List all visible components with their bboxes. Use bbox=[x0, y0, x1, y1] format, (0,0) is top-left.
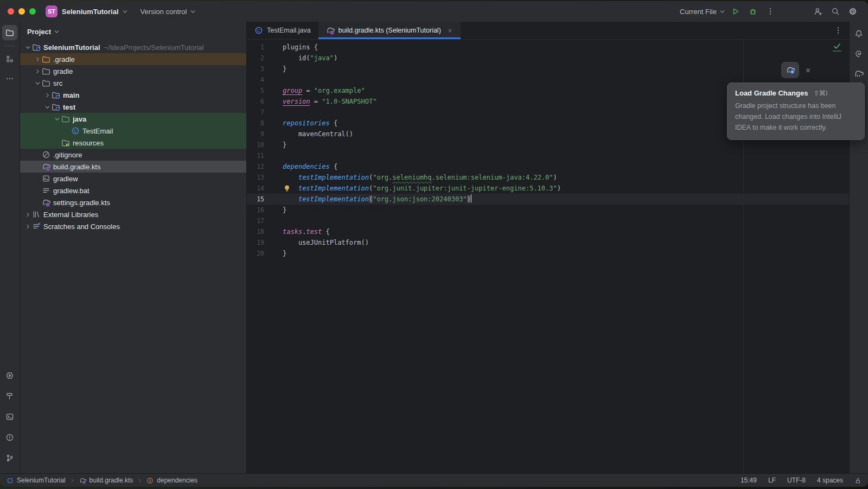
code-area[interactable]: 1plugins {2 id("java")3}45group = "org.e… bbox=[247, 40, 849, 259]
tab-options-button[interactable] bbox=[834, 22, 849, 39]
toolwindow-button-build-hammer[interactable] bbox=[2, 389, 17, 404]
project-avatar[interactable]: ST bbox=[46, 5, 58, 17]
toolwindow-button-project-folder[interactable] bbox=[2, 25, 17, 40]
project-panel-title: Project bbox=[27, 28, 51, 36]
code-with-me-button[interactable] bbox=[810, 4, 826, 18]
vcs-widget[interactable]: Version control bbox=[141, 8, 196, 16]
gradle-kts-file-icon bbox=[42, 162, 50, 171]
chevron-spacer bbox=[33, 186, 42, 195]
code-token: tasks bbox=[283, 228, 302, 236]
tree-item-src[interactable]: src bbox=[20, 77, 246, 89]
line-number: 9 bbox=[247, 129, 264, 139]
breadcrumb-build-gradle-kts[interactable]: build.gradle.kts bbox=[79, 477, 133, 484]
close-icon[interactable] bbox=[805, 67, 812, 74]
search-everywhere-button[interactable] bbox=[828, 4, 843, 18]
code-line-1[interactable]: 1plugins { bbox=[247, 42, 849, 53]
toolwindow-button-git-branch[interactable] bbox=[2, 450, 17, 466]
project-path: ~/IdeaProjects/SeleniumTutorial bbox=[104, 43, 204, 52]
run-configuration-selector[interactable]: Current File bbox=[680, 8, 726, 16]
chevron-right-icon[interactable] bbox=[33, 67, 42, 75]
breadcrumb-seleniumtutorial[interactable]: SeleniumTutorial bbox=[7, 477, 66, 484]
toolwindow-button-ai-spiral[interactable] bbox=[851, 46, 866, 61]
statusbar-item-lf[interactable]: LF bbox=[768, 477, 776, 484]
toolwindow-button-run-hexagon[interactable] bbox=[2, 368, 17, 383]
code-token: mavenCentral() bbox=[283, 130, 353, 138]
tree-item-settings-gradle-kts[interactable]: settings.gradle.kts bbox=[20, 196, 246, 208]
tree-item-gradle[interactable]: gradle bbox=[20, 65, 246, 77]
project-widget-label[interactable]: SeleniumTutorial bbox=[62, 8, 119, 16]
tree-item-seleniumtutorial[interactable]: SeleniumTutorial~/IdeaProjects/SeleniumT… bbox=[20, 41, 246, 53]
line-number: 1 bbox=[247, 42, 264, 53]
tree-item--gitignore[interactable]: .gitignore bbox=[20, 149, 246, 161]
toolwindow-button-structure[interactable] bbox=[2, 52, 17, 67]
tab-build-gradle-kts[interactable]: build.gradle.kts (SeleniumTutorial) bbox=[318, 22, 461, 39]
code-line-17[interactable]: 17 bbox=[247, 215, 849, 226]
code-line-13[interactable]: 13 testImplementation("org.seleniumhq.se… bbox=[247, 172, 849, 183]
toolwindow-button-terminal[interactable] bbox=[2, 409, 17, 424]
tab-testemail-java[interactable]: CTestEmail.java bbox=[247, 22, 318, 39]
lock-open-icon[interactable] bbox=[854, 477, 861, 484]
code-token: useJUnitPlatform() bbox=[283, 239, 369, 246]
tree-item-build-gradle-kts[interactable]: build.gradle.kts bbox=[20, 161, 246, 173]
settings-button[interactable] bbox=[845, 4, 860, 18]
statusbar-item-utf-8[interactable]: UTF-8 bbox=[787, 477, 806, 484]
code-line-16[interactable]: 16} bbox=[247, 205, 849, 215]
chevron-right-icon[interactable] bbox=[33, 55, 42, 63]
code-line-2[interactable]: 2 id("java") bbox=[247, 53, 849, 63]
load-gradle-changes-button[interactable] bbox=[781, 62, 799, 78]
run-button[interactable] bbox=[728, 4, 743, 18]
toolwindow-button-gradle-elephant[interactable] bbox=[851, 66, 866, 81]
code-line-3[interactable]: 3} bbox=[247, 63, 849, 74]
code-line-10[interactable]: 10} bbox=[247, 139, 849, 150]
inspections-widget[interactable] bbox=[833, 42, 841, 53]
tree-item-external-libraries[interactable]: External Libraries bbox=[20, 208, 246, 220]
chevron-right-icon[interactable] bbox=[23, 222, 32, 231]
chevron-down-icon[interactable] bbox=[33, 79, 42, 87]
chevron-down-icon[interactable] bbox=[122, 8, 129, 15]
git-branch-icon bbox=[5, 454, 14, 462]
code-line-14[interactable]: 14 testImplementation("org.junit.jupiter… bbox=[247, 183, 849, 194]
chevron-down-icon[interactable] bbox=[43, 103, 52, 111]
code-line-20[interactable]: 20} bbox=[247, 248, 849, 259]
chevron-right-icon[interactable] bbox=[43, 91, 52, 99]
breadcrumb-separator-icon bbox=[69, 478, 75, 484]
intention-bulb-icon[interactable] bbox=[283, 184, 291, 193]
breadcrumb-dependencies[interactable]: λdependencies bbox=[146, 477, 197, 484]
tree-item-scratches-and-consoles[interactable]: Scratches and Consoles bbox=[20, 220, 246, 232]
code-line-18[interactable]: 18tasks.test { bbox=[247, 226, 849, 237]
statusbar-item-15-49[interactable]: 15:49 bbox=[741, 477, 757, 484]
tree-item-testemail[interactable]: CTestEmail bbox=[20, 125, 246, 137]
line-number: 17 bbox=[247, 215, 264, 226]
debug-button[interactable] bbox=[745, 4, 761, 18]
chevron-right-icon[interactable] bbox=[23, 210, 32, 219]
tree-item-java[interactable]: java bbox=[20, 113, 246, 125]
code-line-19[interactable]: 19 useJUnitPlatform() bbox=[247, 237, 849, 248]
tree-item-test[interactable]: test bbox=[20, 101, 246, 113]
statusbar-item-4-spaces[interactable]: 4 spaces bbox=[817, 477, 843, 484]
chevron-down-icon[interactable] bbox=[53, 115, 61, 123]
tree-item-gradlew[interactable]: gradlew bbox=[20, 173, 246, 185]
tree-item-gradlew-bat[interactable]: gradlew.bat bbox=[20, 185, 246, 196]
line-number: 3 bbox=[247, 63, 264, 74]
kebab-icon bbox=[834, 26, 843, 35]
toolwindow-button-more[interactable] bbox=[2, 71, 17, 86]
code-line-11[interactable]: 11 bbox=[247, 150, 849, 161]
zoom-window-button[interactable] bbox=[29, 8, 36, 15]
code-token: version bbox=[283, 98, 310, 105]
more-actions-button[interactable] bbox=[763, 4, 778, 18]
minimize-window-button[interactable] bbox=[18, 8, 25, 15]
toolwindow-button-problems[interactable] bbox=[2, 430, 17, 445]
tree-item-resources[interactable]: resources bbox=[20, 137, 246, 149]
close-window-button[interactable] bbox=[8, 8, 14, 15]
tree-item--gradle[interactable]: .gradle bbox=[20, 53, 246, 65]
chevron-down-icon[interactable] bbox=[23, 43, 32, 52]
code-line-15[interactable]: 15 testImplementation("org.json:json:202… bbox=[247, 194, 849, 205]
code-token: ) bbox=[334, 54, 337, 62]
toolwindow-button-bell[interactable] bbox=[851, 26, 866, 41]
code-token: testImplementation bbox=[298, 185, 369, 192]
code-token: dependencies bbox=[283, 163, 330, 170]
project-panel-header[interactable]: Project bbox=[20, 22, 246, 41]
close-tab-icon[interactable] bbox=[447, 28, 453, 34]
tree-item-main[interactable]: main bbox=[20, 89, 246, 101]
code-line-12[interactable]: 12dependencies { bbox=[247, 161, 849, 172]
